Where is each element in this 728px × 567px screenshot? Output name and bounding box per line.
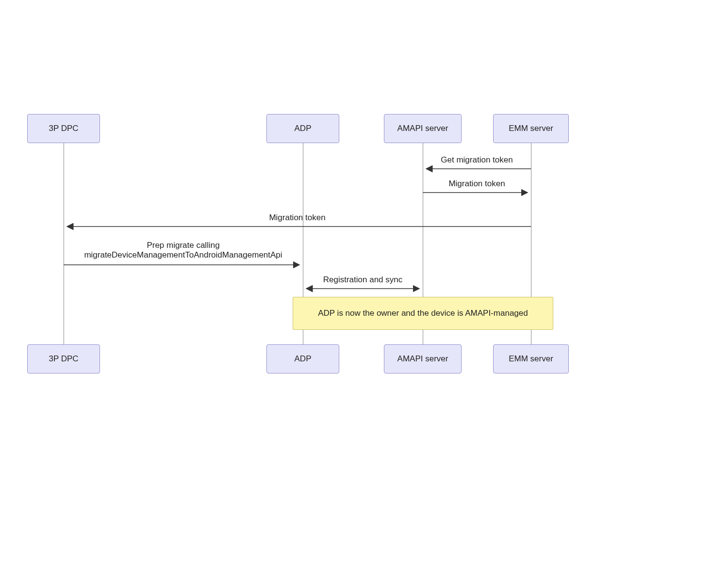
note-text: ADP is now the owner and the device is A… [318, 308, 528, 319]
actor-3p-dpc-bottom: 3P DPC [27, 344, 100, 373]
actor-label: EMM server [509, 354, 553, 364]
actor-label: ADP [295, 354, 312, 364]
msg-migration-token-to-dpc: Migration token [64, 213, 531, 223]
msg-migration-token-return: Migration token [423, 179, 531, 189]
actor-amapi-bottom: AMAPI server [384, 344, 462, 373]
actor-label: AMAPI server [397, 354, 448, 364]
actor-label: 3P DPC [49, 354, 78, 364]
actor-emm-bottom: EMM server [493, 344, 569, 373]
msg-registration-sync: Registration and sync [303, 275, 423, 285]
actor-amapi-top: AMAPI server [384, 114, 462, 143]
actor-label: ADP [295, 124, 312, 133]
sequence-diagram: 3P DPC ADP AMAPI server EMM server 3P DP… [0, 0, 728, 567]
actor-adp-top: ADP [266, 114, 339, 143]
actor-adp-bottom: ADP [266, 344, 339, 373]
actor-3p-dpc-top: 3P DPC [27, 114, 100, 143]
msg-prep-migrate: Prep migrate calling migrateDeviceManage… [64, 241, 303, 260]
msg-get-migration-token: Get migration token [423, 155, 531, 165]
actor-label: 3P DPC [49, 124, 78, 133]
note-adp-owner: ADP is now the owner and the device is A… [293, 297, 553, 330]
actor-label: AMAPI server [397, 124, 448, 133]
actor-label: EMM server [509, 124, 553, 133]
actor-emm-top: EMM server [493, 114, 569, 143]
